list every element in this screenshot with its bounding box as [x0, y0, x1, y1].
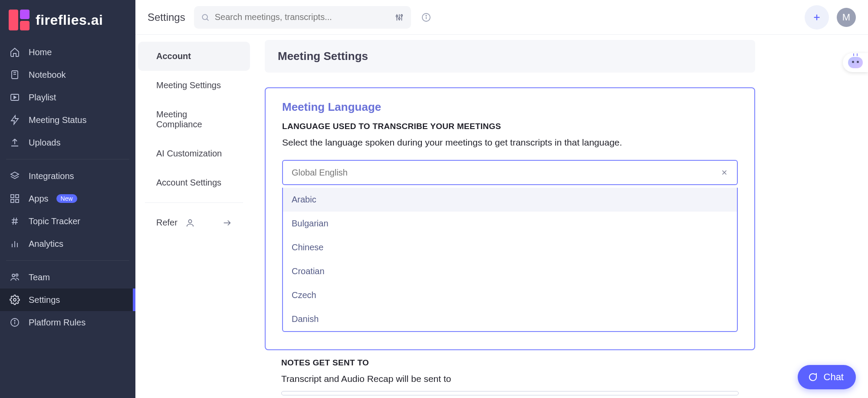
language-option[interactable]: Arabic	[283, 188, 737, 212]
svg-point-31	[401, 14, 402, 16]
svg-point-19	[16, 274, 18, 276]
notes-section: NOTES GET SENT TO Transcript and Audio R…	[265, 358, 755, 395]
subnav-item-meeting-settings[interactable]: Meeting Settings	[138, 71, 250, 100]
sidebar-item-analytics[interactable]: Analytics	[0, 232, 135, 255]
user-icon	[185, 218, 195, 228]
panel-header: Meeting Settings	[265, 40, 755, 73]
sidebar-item-topic-tracker[interactable]: Topic Tracker	[0, 210, 135, 232]
sidebar-item-label: Platform Rules	[29, 318, 85, 328]
sidebar-item-uploads[interactable]: Uploads	[0, 131, 135, 154]
sidebar-item-home[interactable]: Home	[0, 41, 135, 63]
arrow-right-icon	[222, 218, 232, 228]
sliders-icon[interactable]	[395, 13, 404, 22]
svg-marker-4	[14, 96, 16, 99]
sidebar-item-meeting-status[interactable]: Meeting Status	[0, 109, 135, 131]
svg-rect-0	[12, 71, 18, 79]
settings-subnav: Account Meeting Settings Meeting Complia…	[135, 35, 253, 244]
clear-icon[interactable]	[720, 169, 728, 176]
svg-point-23	[14, 320, 15, 321]
topbar: Settings M	[135, 0, 868, 35]
hash-icon	[9, 216, 21, 226]
card-label: LANGUAGE USED TO TRANSCRIBE YOUR MEETING…	[282, 122, 738, 131]
new-badge: New	[56, 194, 77, 203]
language-option[interactable]: Chinese	[283, 235, 737, 259]
team-icon	[9, 272, 21, 282]
language-option[interactable]: Danish	[283, 307, 737, 331]
notebook-icon	[9, 70, 21, 80]
search-box[interactable]	[194, 6, 411, 29]
subnav-item-meeting-compliance[interactable]: Meeting Compliance	[138, 100, 250, 139]
refer-row[interactable]: Refer	[138, 208, 250, 237]
sidebar-item-settings[interactable]: Settings	[0, 289, 135, 311]
sidebar-item-label: Home	[29, 47, 52, 57]
brand-name: fireflies.ai	[36, 12, 103, 28]
sidebar-item-label: Topic Tracker	[29, 216, 80, 226]
sidebar-item-team[interactable]: Team	[0, 266, 135, 289]
avatar[interactable]: M	[837, 8, 856, 27]
info-icon	[9, 317, 21, 328]
sidebar-item-label: Integrations	[29, 171, 74, 181]
language-dropdown: Arabic Bulgarian Chinese Croatian Czech …	[282, 188, 738, 332]
sidebar-item-platform-rules[interactable]: Platform Rules	[0, 311, 135, 334]
chat-button[interactable]: Chat	[798, 365, 856, 389]
refer-label: Refer	[156, 218, 178, 228]
sidebar-item-integrations[interactable]: Integrations	[0, 165, 135, 187]
card-title: Meeting Language	[282, 100, 738, 114]
svg-point-29	[398, 17, 400, 19]
sidebar: fireflies.ai Home Notebook Playlist Meet…	[0, 0, 135, 398]
notes-description: Transcript and Audio Recap will be sent …	[281, 374, 739, 384]
assistant-bot-button[interactable]	[843, 53, 868, 72]
svg-rect-9	[11, 199, 14, 202]
info-icon[interactable]	[420, 11, 433, 24]
language-select[interactable]	[282, 160, 738, 185]
search-icon	[201, 13, 210, 22]
search-input[interactable]	[215, 12, 389, 22]
svg-rect-10	[16, 199, 19, 202]
notes-label: NOTES GET SENT TO	[281, 358, 739, 368]
svg-point-27	[396, 15, 398, 17]
subnav-item-account[interactable]: Account	[138, 42, 250, 71]
notes-recipient-select[interactable]	[281, 391, 739, 395]
card-description: Select the language spoken during your m…	[282, 137, 738, 148]
svg-marker-5	[11, 116, 18, 124]
chat-label: Chat	[824, 371, 844, 383]
sidebar-item-label: Settings	[29, 295, 60, 305]
brand-logo[interactable]: fireflies.ai	[0, 0, 135, 38]
svg-point-18	[12, 274, 15, 277]
sidebar-item-label: Analytics	[29, 239, 63, 249]
language-select-input[interactable]	[292, 168, 720, 178]
add-button[interactable]	[805, 5, 829, 30]
svg-rect-7	[11, 195, 14, 198]
home-icon	[9, 47, 21, 57]
svg-marker-6	[11, 172, 19, 176]
subnav-item-account-settings[interactable]: Account Settings	[138, 168, 250, 197]
svg-point-34	[426, 15, 427, 16]
sidebar-item-label: Meeting Status	[29, 115, 86, 125]
svg-point-24	[202, 14, 207, 20]
page-title: Settings	[148, 11, 185, 23]
sidebar-item-label: Playlist	[29, 93, 56, 103]
sidebar-item-label: Team	[29, 272, 50, 282]
layers-icon	[9, 171, 21, 181]
chat-icon	[807, 372, 818, 382]
sidebar-item-notebook[interactable]: Notebook	[0, 63, 135, 86]
sidebar-item-label: Uploads	[29, 138, 60, 148]
main-content: Meeting Settings Meeting Language LANGUA…	[265, 40, 755, 395]
language-option[interactable]: Bulgarian	[283, 212, 737, 235]
bar-chart-icon	[9, 239, 21, 249]
language-option[interactable]: Czech	[283, 283, 737, 307]
subnav-item-ai-customization[interactable]: AI Customization	[138, 139, 250, 168]
sidebar-item-playlist[interactable]: Playlist	[0, 86, 135, 109]
sidebar-item-label: Apps	[29, 194, 49, 204]
meeting-language-card: Meeting Language LANGUAGE USED TO TRANSC…	[265, 87, 755, 350]
sidebar-item-label: Notebook	[29, 70, 66, 80]
svg-line-13	[13, 218, 14, 225]
bot-icon	[848, 57, 863, 68]
upload-icon	[9, 137, 21, 148]
playlist-icon	[9, 92, 21, 103]
sidebar-item-apps[interactable]: Apps New	[0, 187, 135, 210]
svg-line-14	[16, 218, 16, 225]
grid-icon	[9, 193, 21, 204]
svg-point-37	[188, 219, 191, 222]
language-option[interactable]: Croatian	[283, 259, 737, 283]
